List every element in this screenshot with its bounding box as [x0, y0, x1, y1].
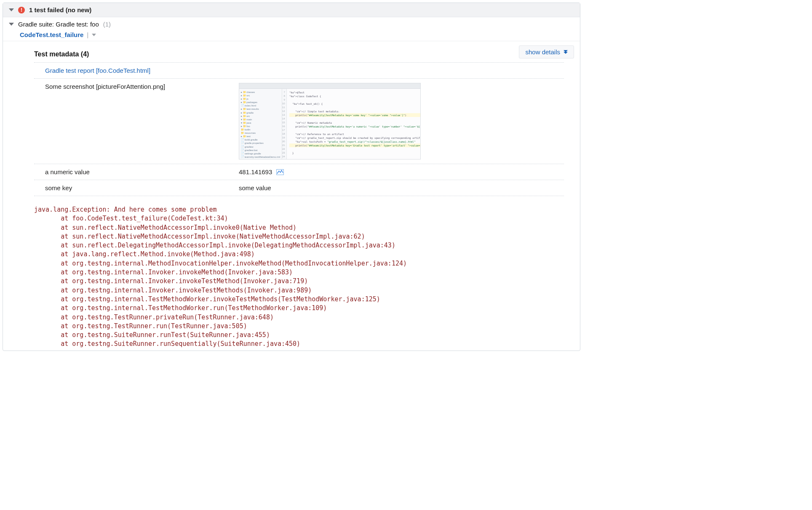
metadata-value: ▸ 📁 classes▸ 📁 src▸ 📁 js▸ 📁 packages 📄 i…	[239, 83, 564, 159]
gradle-report-link[interactable]: Gradle test report [foo.CodeTest.html]	[45, 67, 150, 74]
metadata-row: Gradle test report [foo.CodeTest.html]	[34, 63, 564, 79]
suite-label: Gradle suite: Gradle test: foo	[18, 21, 99, 28]
metadata-row: some key some value	[34, 180, 564, 196]
summary-text: 1 test failed (no new)	[29, 6, 91, 13]
screenshot-thumbnail[interactable]: ▸ 📁 classes▸ 📁 src▸ 📁 js▸ 📁 packages 📄 i…	[239, 83, 421, 159]
metadata-row: a numeric value 481.141693	[34, 164, 564, 180]
error-icon: !	[18, 7, 25, 13]
metadata-key: Some screenshot [pictureForAttention.png…	[34, 83, 239, 90]
metadata-key: some key	[34, 184, 239, 191]
metadata-key: a numeric value	[34, 168, 239, 175]
metadata-table: Gradle test report [foo.CodeTest.html] S…	[34, 62, 564, 196]
stacktrace: java.lang.Exception: And here comes some…	[34, 196, 580, 351]
metadata-value: some value	[239, 184, 564, 191]
numeric-value: 481.141693	[239, 168, 272, 175]
separator: |	[87, 32, 88, 38]
show-details-label: show details	[525, 48, 560, 56]
expand-all-icon	[564, 50, 568, 54]
disclosure-triangle-icon[interactable]	[9, 23, 14, 26]
test-body: show details Test metadata (4) Gradle te…	[3, 41, 580, 351]
metadata-value: 481.141693	[239, 168, 564, 175]
metadata-row: Some screenshot [pictureForAttention.png…	[34, 79, 564, 164]
metadata-heading: Test metadata (4)	[34, 41, 580, 62]
suite-row[interactable]: Gradle suite: Gradle test: foo (1)	[3, 17, 580, 29]
test-name-link[interactable]: CodeTest.test_failure	[20, 31, 83, 38]
summary-header[interactable]: ! 1 test failed (no new)	[3, 3, 580, 17]
sparkline-icon[interactable]	[276, 169, 284, 175]
test-row: CodeTest.test_failure |	[3, 29, 580, 41]
suite-count: (1)	[103, 21, 111, 28]
show-details-button[interactable]: show details	[519, 45, 574, 58]
test-actions-dropdown-icon[interactable]	[92, 34, 96, 36]
test-results-panel: ! 1 test failed (no new) Gradle suite: G…	[3, 3, 580, 351]
metadata-key: Gradle test report [foo.CodeTest.html]	[34, 67, 239, 74]
disclosure-triangle-icon[interactable]	[9, 8, 14, 11]
